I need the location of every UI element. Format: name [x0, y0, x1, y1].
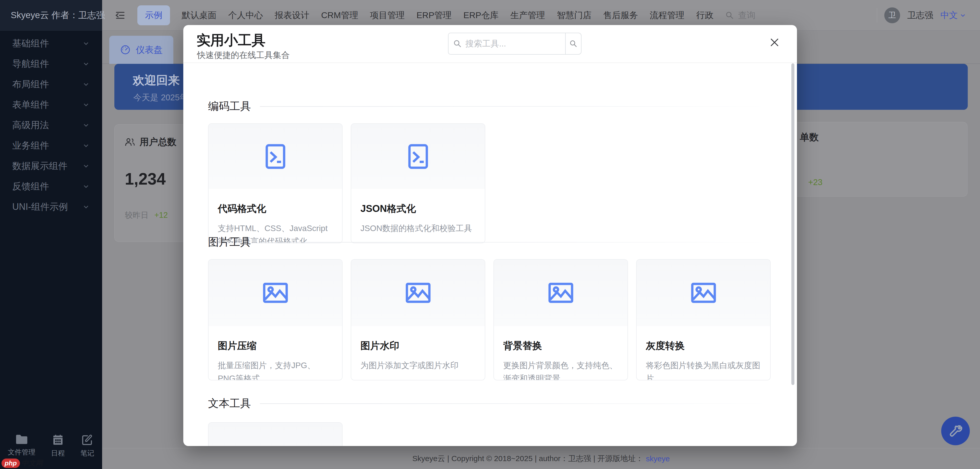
stat-delta-row: 较昨日 +12: [125, 210, 168, 221]
chevron-down-icon: [83, 40, 89, 47]
tool-desc: JSON数据的格式化和校验工具: [360, 222, 476, 235]
tool-card-image-compress[interactable]: 图片压缩 批量压缩图片，支持JPG、PNG等格式: [208, 259, 342, 380]
nav-tab-process[interactable]: 流程管理: [650, 10, 684, 21]
tool-desc: 批量压缩图片，支持JPG、PNG等格式: [218, 359, 333, 380]
sidebar-foot-label: 文件管理: [8, 448, 35, 457]
footer-text: Skyeye云 | Copyright © 2018~2025 | author…: [412, 453, 643, 464]
tool-desc: 将彩色图片转换为黑白或灰度图片: [646, 359, 761, 380]
php-watermark: php 中文网: [2, 458, 43, 468]
chevron-down-icon: [83, 101, 89, 108]
sidebar-foot-label: 笔记: [80, 448, 94, 458]
modal-header-divider: [183, 62, 797, 63]
users-icon: [125, 138, 135, 147]
nav-tab-crm[interactable]: CRM管理: [321, 10, 358, 21]
sidebar-item-basic[interactable]: 基础组件: [0, 33, 102, 54]
tool-name: 代码格式化: [218, 202, 333, 215]
nav-tab-erp[interactable]: ERP管理: [416, 10, 452, 21]
section-title-text: 文本工具: [208, 396, 251, 410]
image-icon: [548, 283, 573, 303]
sidebar-item-label: 布局组件: [12, 78, 49, 91]
sidebar-footer: 文件管理 日程 笔记: [0, 434, 102, 458]
sidebar-item-advanced[interactable]: 高级用法: [0, 115, 102, 135]
terminal-icon: [408, 144, 428, 169]
chevron-down-icon: [83, 122, 89, 129]
section-divider: [260, 404, 778, 404]
note-icon: [82, 434, 93, 445]
tool-card-json-format[interactable]: JSON格式化 JSON数据的格式化和校验工具: [351, 123, 485, 243]
nav-tab-examples[interactable]: 示例: [137, 5, 170, 25]
nav-search-placeholder: 查询: [738, 10, 756, 21]
tool-name: 图片水印: [360, 339, 476, 352]
welcome-title: 欢迎回来，: [133, 73, 191, 88]
section-title-image: 图片工具: [208, 235, 251, 249]
sidebar-item-layout[interactable]: 布局组件: [0, 74, 102, 94]
sidebar-item-feedback[interactable]: 反馈组件: [0, 176, 102, 197]
sidebar-item-navigation[interactable]: 导航组件: [0, 54, 102, 74]
tool-desc: 更换图片背景颜色，支持纯色、渐变和透明背景: [503, 359, 618, 380]
sidebar-item-label: UNI-组件示例: [12, 201, 68, 213]
chevron-down-icon: [83, 203, 89, 210]
nav-tab-smart-store[interactable]: 智慧门店: [557, 10, 592, 21]
footer-opensource-link[interactable]: skyeye: [646, 455, 670, 463]
folder-icon: [16, 434, 28, 445]
sidebar-file-manager[interactable]: 文件管理: [8, 434, 35, 458]
modal-subtitle: 快速便捷的在线工具集合: [197, 49, 290, 61]
sidebar-item-form[interactable]: 表单组件: [0, 94, 102, 115]
nav-tab-after-sales[interactable]: 售后服务: [603, 10, 638, 21]
image-icon: [691, 283, 716, 303]
sidebar: Skyeye云 作者：卫志强 基础组件 导航组件 布局组件 表单组件 高级用法 …: [0, 0, 102, 469]
stat-label: 用户总数: [140, 136, 177, 148]
sidebar-item-label: 反馈组件: [12, 180, 49, 193]
tool-name: 背景替换: [503, 339, 618, 352]
language-switcher[interactable]: 中文: [940, 10, 966, 21]
tool-desc: 为图片添加文字或图片水印: [360, 359, 476, 372]
tab-dashboard[interactable]: 仪表盘: [109, 36, 173, 64]
nav-search[interactable]: 查询: [725, 10, 756, 21]
nav-tab-personal-center[interactable]: 个人中心: [228, 10, 263, 21]
tools-fab-button[interactable]: [941, 417, 970, 445]
sidebar-item-label: 数据展示组件: [12, 160, 67, 172]
app-logo: Skyeye云 作者：卫志强: [0, 0, 102, 31]
user-name[interactable]: 卫志强: [907, 10, 933, 21]
tool-card-text-partial[interactable]: [208, 422, 342, 446]
modal-scrollbar[interactable]: [791, 63, 794, 385]
tool-card-code-format[interactable]: 代码格式化 支持HTML、CSS、JavaScript等多种语言的代码格式化: [208, 123, 342, 243]
php-logo: php: [2, 458, 20, 468]
sidebar-item-data-display[interactable]: 数据展示组件: [0, 156, 102, 176]
tool-search-input[interactable]: [448, 33, 565, 55]
nav-tab-report-design[interactable]: 报表设计: [275, 10, 309, 21]
chevron-down-icon: [83, 183, 89, 190]
avatar[interactable]: 卫: [884, 7, 900, 23]
sidebar-item-label: 表单组件: [12, 99, 49, 111]
chevron-down-icon: [83, 81, 89, 87]
tool-card-image-watermark[interactable]: 图片水印 为图片添加文字或图片水印: [351, 259, 485, 380]
modal-title: 实用小工具: [197, 31, 266, 50]
close-icon[interactable]: [768, 36, 781, 49]
stat-delta-value: +12: [154, 211, 168, 219]
search-icon: [725, 11, 734, 20]
nav-tab-project[interactable]: 项目管理: [370, 10, 405, 21]
nav-tab-erp-warehouse[interactable]: ERP仓库: [463, 10, 498, 21]
page-footer: Skyeye云 | Copyright © 2018~2025 | author…: [102, 448, 980, 469]
nav-tab-production[interactable]: 生产管理: [510, 10, 545, 21]
sidebar-item-uni-examples[interactable]: UNI-组件示例: [0, 197, 102, 217]
menu-fold-icon[interactable]: [115, 10, 126, 21]
modal-search: [448, 33, 582, 55]
language-label: 中文: [940, 10, 958, 21]
sidebar-item-label: 导航组件: [12, 58, 49, 70]
tool-card-grayscale[interactable]: 灰度转换 将彩色图片转换为黑白或灰度图片: [636, 259, 771, 380]
search-button[interactable]: [565, 33, 582, 55]
sidebar-item-business[interactable]: 业务组件: [0, 135, 102, 156]
sidebar-notes[interactable]: 笔记: [80, 434, 94, 458]
chevron-down-icon: [83, 60, 89, 67]
tool-name: 灰度转换: [646, 339, 761, 352]
nav-tab-admin[interactable]: 行政: [696, 10, 713, 21]
chevron-down-icon: [83, 142, 89, 149]
tool-name: 图片压缩: [218, 339, 333, 352]
sidebar-schedule[interactable]: 日程: [51, 434, 65, 458]
tool-card-background-replace[interactable]: 背景替换 更换图片背景颜色，支持纯色、渐变和透明背景: [493, 259, 628, 380]
sidebar-menu: 基础组件 导航组件 布局组件 表单组件 高级用法 业务组件 数据展示组件 反馈: [0, 33, 102, 217]
stat-delta-prefix: 较昨日: [125, 211, 149, 219]
nav-right: 卫 卫志强 中文: [877, 7, 966, 23]
nav-tab-default-desktop[interactable]: 默认桌面: [182, 10, 216, 21]
